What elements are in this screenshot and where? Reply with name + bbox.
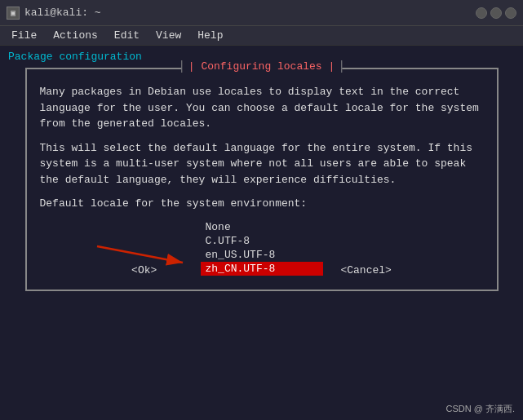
locale-option-cutf8[interactable]: C.UTF-8 [201,234,323,248]
selection-arrow [89,238,203,271]
maximize-button[interactable] [490,7,502,19]
watermark: CSDN @ 齐满西. [445,403,515,415]
menu-help[interactable]: Help [191,28,229,43]
dialog-title-separator-left: | [188,60,202,73]
menu-actions[interactable]: Actions [47,28,104,43]
window-controls [476,7,516,19]
menu-edit[interactable]: Edit [108,28,146,43]
locale-option-none[interactable]: None [201,220,323,234]
close-button[interactable] [505,7,516,19]
dialog-content: Many packages in Debian use locales to d… [40,84,484,212]
menu-bar: File Actions Edit View Help [0,26,523,46]
locale-option-en-us[interactable]: en_US.UTF-8 [201,248,323,262]
dialog-title: | Configuring locales | [181,60,342,73]
locale-option-zh-cn[interactable]: zh_CN.UTF-8 [201,262,323,276]
terminal-body: Package configuration | Configuring loca… [0,46,523,420]
dialog-paragraph2: This will select the default language fo… [40,140,484,188]
dialog-title-separator-right: | [328,60,335,73]
terminal-icon: ▣ [7,7,20,20]
title-bar: ▣ kali@kali: ~ [0,0,523,26]
window-title: kali@kali: ~ [24,7,101,19]
title-bar-left: ▣ kali@kali: ~ [7,7,101,20]
dialog-paragraph1: Many packages in Debian use locales to d… [40,84,484,132]
dialog-prompt: Default locale for the system environmen… [40,196,484,212]
cancel-button[interactable]: <Cancel> [332,263,399,278]
svg-line-1 [97,246,183,263]
menu-view[interactable]: View [149,28,188,43]
menu-file[interactable]: File [5,28,43,43]
dialog-box: | Configuring locales | Many packages in… [25,68,499,291]
minimize-button[interactable] [476,7,487,19]
dialog-title-text: Configuring locales [201,60,321,73]
